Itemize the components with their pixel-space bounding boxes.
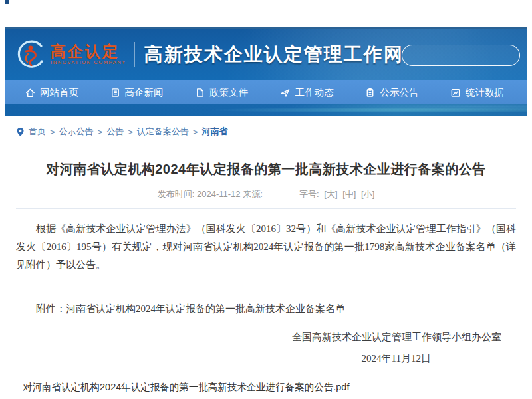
site-logo[interactable]: 高企认定 INNOVATION COMPANY — [15, 39, 126, 70]
signature-organization: 全国高新技术企业认定管理工作领导小组办公室 — [16, 331, 516, 344]
source-label: 来源: — [243, 189, 263, 199]
nav-label: 高企新闻 — [125, 86, 164, 99]
logo-title-en: INNOVATION COMPANY — [51, 59, 126, 66]
breadcrumb-announcements[interactable]: 公示公告 — [59, 126, 94, 138]
article-body: 根据《高新技术企业认定管理办法》（国科发火〔2016〕32号）和《高新技术企业认… — [16, 220, 516, 365]
nav-label: 公示公告 — [380, 86, 418, 99]
breadcrumb: 首页 > 公示公告 > 公告 > 认定备案公告 > 河南省 — [16, 116, 516, 138]
nav-item-statistics[interactable]: 统计数据 — [450, 86, 504, 99]
fontsize-small-button[interactable]: [小] — [361, 189, 374, 199]
nav-item-policy[interactable]: 政策文件 — [195, 86, 248, 99]
nav-label: 网站首页 — [40, 86, 78, 99]
article-paragraph: 根据《高新技术企业认定管理办法》（国科发火〔2016〕32号）和《高新技术企业认… — [16, 220, 516, 274]
nav-item-home[interactable]: 网站首页 — [25, 86, 78, 99]
breadcrumb-separator: > — [193, 127, 198, 137]
nav-label: 政策文件 — [209, 86, 248, 99]
banner-strip — [5, 104, 527, 116]
fontsize-large-button[interactable]: [大] — [324, 189, 337, 199]
fontsize-medium-button[interactable]: [中] — [342, 189, 356, 199]
nav-item-work[interactable]: 工作动态 — [280, 86, 334, 99]
breadcrumb-divider — [16, 146, 516, 146]
site-container: 高企认定 INNOVATION COMPANY 高新技术企业认定管理工作网 — [5, 0, 527, 394]
breadcrumb-home[interactable]: 首页 — [29, 126, 46, 138]
breadcrumb-notice[interactable]: 公告 — [106, 126, 124, 138]
breadcrumb-separator: > — [128, 127, 133, 137]
site-title: 高新技术企业认定管理工作网 — [144, 42, 404, 67]
site-header: 高企认定 INNOVATION COMPANY 高新技术企业认定管理工作网 — [5, 27, 527, 80]
publish-time-label: 发布时间: — [158, 189, 195, 199]
chart-icon — [450, 88, 461, 98]
logo-title-cn: 高企认定 — [51, 43, 126, 59]
header-divider — [134, 42, 135, 67]
clipboard-icon — [365, 88, 375, 98]
nav-item-news[interactable]: 高企新闻 — [110, 86, 164, 99]
main-content: 首页 > 公示公告 > 公告 > 认定备案公告 > 河南省 对河南省认定机构20… — [5, 116, 527, 394]
home-icon — [25, 88, 35, 98]
breadcrumb-record-notice[interactable]: 认定备案公告 — [137, 126, 189, 138]
search-input[interactable] — [402, 45, 532, 65]
attachment-pdf-link[interactable]: 对河南省认定机构2024年认定报备的第一批高新技术企业进行备案的公告.pdf — [16, 381, 516, 394]
publish-time-value: 2024-11-12 — [197, 189, 241, 199]
logo-figure-icon — [15, 39, 45, 70]
meta-divider — [16, 208, 516, 209]
logo-text: 高企认定 INNOVATION COMPANY — [51, 43, 126, 66]
nav-label: 统计数据 — [466, 86, 504, 99]
nav-item-announcements[interactable]: 公示公告 — [365, 86, 418, 99]
article-title: 对河南省认定机构2024年认定报备的第一批高新技术企业进行备案的公告 — [16, 160, 516, 178]
main-nav: 网站首页 高企新闻 政策文件 — [5, 80, 527, 104]
fontsize-label: 字号: — [299, 189, 319, 199]
breadcrumb-current-henan[interactable]: 河南省 — [201, 126, 227, 138]
signature-date: 2024年11月12日 — [16, 352, 516, 365]
page: 高企认定 INNOVATION COMPANY 高新技术企业认定管理工作网 — [0, 0, 532, 399]
breadcrumb-separator: > — [50, 127, 55, 137]
paper-plane-icon — [280, 88, 291, 98]
search-box — [402, 45, 520, 66]
location-pin-icon — [16, 127, 25, 137]
breadcrumb-separator: > — [98, 127, 103, 137]
article-meta: 发布时间: 2024-11-12 来源: 字号: [大] [中] [小] — [16, 188, 516, 200]
news-icon — [110, 88, 120, 98]
nav-label: 工作动态 — [295, 86, 334, 99]
attachment-reference-line: 附件：河南省认定机构2024年认定报备的第一批高新技术企业备案名单 — [16, 301, 516, 317]
policy-doc-icon — [195, 88, 205, 98]
